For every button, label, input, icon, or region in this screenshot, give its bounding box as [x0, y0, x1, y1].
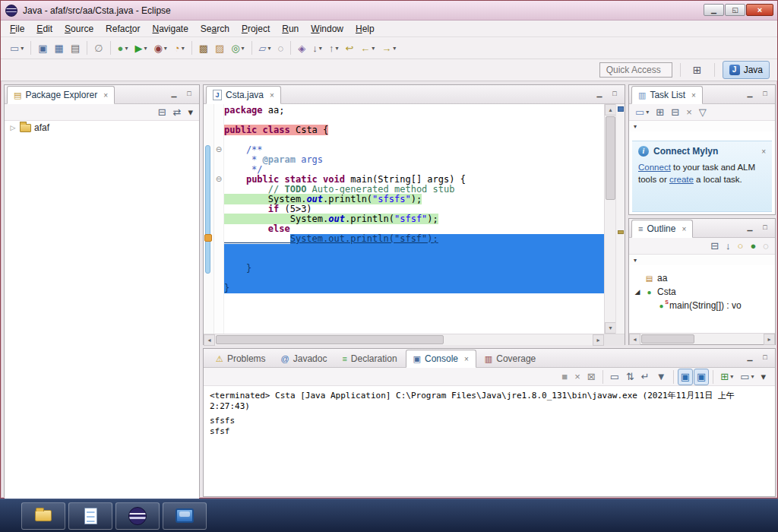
close-view-icon[interactable]: ×	[464, 355, 469, 363]
view-menu-chevron-icon[interactable]: ▾	[634, 123, 637, 130]
minimize-view-button[interactable]: ▁	[743, 88, 757, 100]
debug-button[interactable]: ●▾	[115, 40, 131, 56]
tab-problems[interactable]: ⚠Problems	[209, 350, 273, 367]
tab-declaration[interactable]: ≡Declaration	[335, 350, 403, 367]
terminate-button[interactable]: ■	[558, 369, 571, 385]
horizontal-scroll-thumb[interactable]	[216, 335, 444, 344]
dropdown-arrow-icon[interactable]: ▾	[646, 109, 649, 116]
code-line[interactable]: }	[224, 264, 604, 274]
open-type-button[interactable]: ◈	[295, 40, 308, 56]
new-task-button[interactable]: ▭▾	[632, 104, 652, 121]
clear-console-button[interactable]: ▭	[607, 369, 622, 385]
dropdown-arrow-icon[interactable]: ▾	[268, 45, 271, 52]
scroll-left-icon[interactable]: ◂	[204, 334, 215, 346]
code-line[interactable]	[224, 274, 604, 283]
last-edit-location-button[interactable]: ↩	[342, 40, 356, 56]
menu-project[interactable]: Project	[236, 21, 276, 36]
close-window-button[interactable]: ×	[746, 4, 773, 16]
taskbar-button-windows-explorer[interactable]	[21, 502, 65, 530]
tab-outline[interactable]: ≡ Outline ×	[631, 220, 693, 238]
editor-horizontal-scrollbar[interactable]: ◂ ▸	[204, 334, 625, 345]
menu-edit[interactable]: Edit	[30, 21, 59, 36]
collapse-all-button[interactable]: ⊟	[155, 104, 169, 121]
filter-tasks-button[interactable]: ▽	[696, 104, 710, 121]
create-local-task-link[interactable]: create	[669, 175, 694, 184]
coverage-button[interactable]: ◉▾	[150, 40, 169, 56]
menu-navigate[interactable]: Navigate	[146, 21, 194, 36]
dropdown-arrow-icon[interactable]: ▾	[144, 45, 147, 52]
hide-fields-button[interactable]: ○	[735, 238, 747, 255]
remove-all-terminated-button[interactable]: ⊠	[584, 369, 599, 385]
word-wrap-button[interactable]: ↵	[638, 369, 653, 385]
close-editor-icon[interactable]: ×	[270, 91, 274, 100]
open-perspective-button[interactable]: ⊞	[688, 61, 707, 79]
next-annotation-button[interactable]: ↓▾	[309, 40, 325, 56]
delete-task-button[interactable]: ×	[683, 104, 695, 121]
minimize-view-button[interactable]: ▁	[743, 352, 757, 364]
code-line[interactable]: * @param args	[224, 155, 604, 165]
new-java-package-button[interactable]: ▨	[212, 40, 227, 56]
fold-collapse-icon[interactable]: ⊖	[214, 145, 223, 155]
skip-all-breakpoints-button[interactable]: ∅	[91, 40, 106, 56]
dropdown-arrow-icon[interactable]: ▾	[164, 45, 167, 52]
minimize-editor-button[interactable]: ▁	[593, 88, 606, 100]
hide-non-public-members-button[interactable]: ◌	[760, 238, 772, 255]
open-console-button[interactable]: ⊞▾	[717, 369, 736, 385]
menu-file[interactable]: File	[4, 21, 30, 36]
minimize-window-button[interactable]: ▁	[704, 4, 724, 16]
pin-console-button[interactable]: ▼	[653, 369, 669, 385]
remove-launch-button[interactable]: ×	[571, 369, 584, 385]
dropdown-arrow-icon[interactable]: ▾	[335, 45, 338, 52]
restore-window-button[interactable]: ◱	[725, 4, 745, 16]
code-line[interactable]: package aa;	[224, 106, 604, 116]
code-line[interactable]: public class Csta {	[224, 125, 604, 135]
dropdown-arrow-icon[interactable]: ▾	[751, 373, 754, 380]
minimize-view-button[interactable]: ▁	[167, 88, 181, 100]
new-wizard-button[interactable]: ▭▾	[7, 40, 27, 56]
console-output-area[interactable]: <terminated> Csta [Java Application] C:\…	[204, 386, 775, 496]
scroll-right-icon[interactable]: ▸	[764, 334, 775, 345]
outline-item-aa[interactable]: ▤aa	[629, 271, 775, 285]
outline-item-csta[interactable]: ◢●Csta	[629, 285, 775, 299]
java-perspective-button[interactable]: J Java	[723, 61, 770, 79]
hide-static-members-button[interactable]: ●	[747, 238, 759, 255]
link-with-editor-button[interactable]: ⇄	[170, 104, 185, 121]
code-editor[interactable]: package aa;public class Csta { /** * @pa…	[224, 104, 604, 334]
save-button[interactable]: ▣	[35, 40, 50, 56]
tab-csta-java[interactable]: J Csta.java ×	[206, 86, 281, 104]
categorized-presentation-button[interactable]: ⊞	[653, 104, 667, 121]
maximize-editor-button[interactable]: □	[608, 88, 621, 100]
menu-run[interactable]: Run	[276, 21, 305, 36]
tab-package-explorer[interactable]: ▤ Package Explorer ×	[7, 86, 115, 104]
close-view-icon[interactable]: ×	[691, 91, 696, 100]
back-button[interactable]: ←▾	[357, 40, 378, 56]
minimize-view-button[interactable]: ▁	[743, 222, 757, 234]
menu-help[interactable]: Help	[349, 21, 381, 36]
previous-annotation-button[interactable]: ↑▾	[326, 40, 342, 56]
code-line[interactable]	[224, 254, 604, 264]
folding-ruler[interactable]: ⊖⊖	[214, 104, 224, 334]
menu-search[interactable]: Search	[194, 21, 236, 36]
scroll-down-icon[interactable]: ▾	[605, 322, 616, 334]
outline-view-menu[interactable]: ▾	[629, 255, 775, 265]
menu-window[interactable]: Window	[305, 21, 349, 36]
tab-console[interactable]: ▣Console×	[406, 350, 476, 368]
dropdown-arrow-icon[interactable]: ▾	[319, 45, 322, 52]
scroll-right-icon[interactable]: ▸	[593, 334, 604, 346]
run-external-tools-button[interactable]: ◔▾	[171, 40, 188, 56]
new-java-project-button[interactable]: ▩	[196, 40, 211, 56]
scheduled-presentation-button[interactable]: ⊟	[668, 104, 682, 121]
menu-source[interactable]: Source	[59, 21, 100, 36]
forward-button[interactable]: →▾	[378, 40, 399, 56]
quick-access-input[interactable]: Quick Access	[599, 62, 672, 78]
project-row-afaf[interactable]: ▷ afaf	[5, 121, 199, 135]
outline-item-main-string-vo[interactable]: ●Smain(String[]) : vo	[629, 299, 775, 312]
scroll-lock-button[interactable]: ⇅	[623, 369, 637, 385]
search-button[interactable]: ◌	[275, 40, 287, 56]
dropdown-arrow-icon[interactable]: ▾	[372, 45, 375, 52]
dropdown-arrow-icon[interactable]: ▾	[182, 45, 185, 52]
overview-ruler[interactable]	[615, 104, 625, 334]
view-menu-chevron-icon[interactable]: ▾	[634, 257, 637, 264]
dropdown-arrow-icon[interactable]: ▾	[125, 45, 128, 52]
view-menu-button[interactable]: ▾	[185, 104, 196, 121]
